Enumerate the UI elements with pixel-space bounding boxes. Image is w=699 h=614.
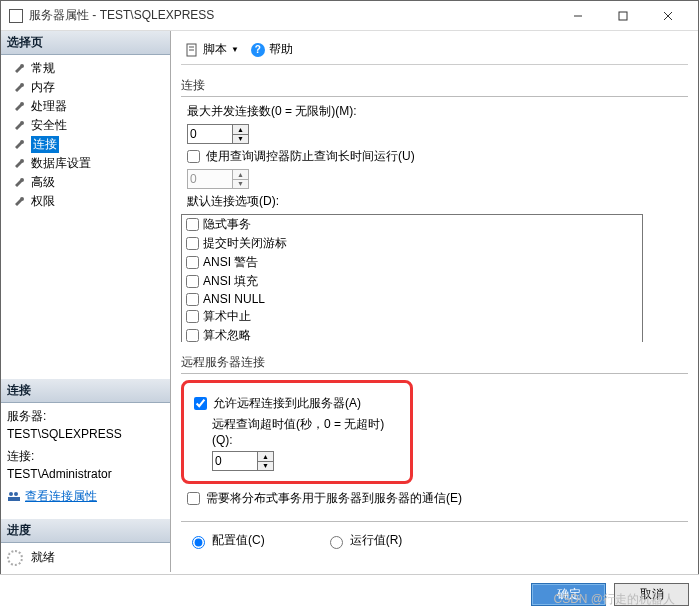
wrench-icon [15, 82, 27, 94]
dialog-footer: 确定 取消 [0, 574, 699, 614]
minimize-button[interactable] [555, 1, 600, 31]
spin-down[interactable]: ▼ [258, 461, 273, 471]
highlight-box: 允许远程连接到此服务器(A) 远程查询超时值(秒，0 = 无超时)(Q): ▲▼ [181, 380, 413, 484]
option-checkbox[interactable] [186, 310, 199, 323]
people-icon [7, 490, 21, 502]
sidebar-item-advanced[interactable]: 高级 [1, 173, 170, 192]
configured-radio[interactable]: 配置值(C) [187, 532, 265, 549]
server-label: 服务器: [7, 407, 164, 425]
option-checkbox[interactable] [186, 237, 199, 250]
svg-rect-6 [8, 497, 20, 501]
view-connection-props[interactable]: 查看连接属性 [7, 487, 164, 505]
sidebar-item-general[interactable]: 常规 [1, 59, 170, 78]
content-toolbar: 脚本 ▼ ? 帮助 [181, 39, 688, 65]
remote-timeout-value[interactable] [213, 452, 257, 470]
remote-timeout-label: 远程查询超时值(秒，0 = 无超时)(Q): [212, 417, 384, 447]
sidebar: 选择页 常规 内存 处理器 安全性 连接 数据库设置 高级 权限 连接 服务器:… [1, 31, 171, 572]
max-concurrent-value[interactable] [188, 125, 232, 143]
list-item: ANSI 填充 [182, 272, 642, 291]
list-item: ANSI NULL [182, 291, 642, 307]
wrench-icon [15, 120, 27, 132]
select-page-header: 选择页 [1, 31, 170, 55]
svg-point-5 [14, 492, 18, 496]
titlebar: 服务器属性 - TEST\SQLEXPRESS [1, 1, 698, 31]
wrench-icon [15, 63, 27, 75]
wrench-icon [15, 139, 27, 151]
list-item: 隐式事务 [182, 215, 642, 234]
sidebar-item-database-settings[interactable]: 数据库设置 [1, 154, 170, 173]
progress-header: 进度 [1, 519, 170, 543]
script-label: 脚本 [203, 41, 227, 58]
use-governor-checkbox[interactable] [187, 150, 200, 163]
spin-down[interactable]: ▼ [233, 134, 248, 144]
sidebar-item-connections[interactable]: 连接 [1, 135, 170, 154]
max-concurrent-input[interactable]: ▲▼ [187, 124, 249, 144]
sidebar-item-memory[interactable]: 内存 [1, 78, 170, 97]
list-item: ANSI 警告 [182, 253, 642, 272]
allow-remote-label: 允许远程连接到此服务器(A) [213, 395, 361, 412]
ok-button[interactable]: 确定 [531, 583, 606, 606]
distributed-tx-label: 需要将分布式事务用于服务器到服务器的通信(E) [206, 490, 462, 507]
sidebar-item-permissions[interactable]: 权限 [1, 192, 170, 211]
maximize-button[interactable] [600, 1, 645, 31]
progress-status-text: 就绪 [31, 549, 55, 566]
distributed-tx-checkbox[interactable] [187, 492, 200, 505]
sidebar-item-processors[interactable]: 处理器 [1, 97, 170, 116]
list-item: 算术忽略 [182, 326, 642, 342]
spin-up[interactable]: ▲ [233, 125, 248, 134]
wrench-icon [15, 101, 27, 113]
default-options-list[interactable]: 隐式事务 提交时关闭游标 ANSI 警告 ANSI 填充 ANSI NULL 算… [181, 214, 643, 342]
max-concurrent-label: 最大并发连接数(0 = 无限制)(M): [187, 103, 357, 120]
remote-timeout-input[interactable]: ▲▼ [212, 451, 274, 471]
spin-up: ▲ [233, 170, 248, 179]
svg-point-4 [9, 492, 13, 496]
window-title: 服务器属性 - TEST\SQLEXPRESS [29, 7, 555, 24]
option-checkbox[interactable] [186, 275, 199, 288]
option-checkbox[interactable] [186, 256, 199, 269]
wrench-icon [15, 177, 27, 189]
help-label: 帮助 [269, 41, 293, 58]
chevron-down-icon: ▼ [231, 45, 239, 54]
progress-status: 就绪 [1, 543, 170, 572]
help-icon: ? [251, 43, 265, 57]
list-item: 提交时关闭游标 [182, 234, 642, 253]
connections-section-title: 连接 [181, 77, 688, 94]
spin-up[interactable]: ▲ [258, 452, 273, 461]
allow-remote-checkbox[interactable] [194, 397, 207, 410]
wrench-icon [15, 158, 27, 170]
content-panel: 脚本 ▼ ? 帮助 连接 最大并发连接数(0 = 无限制)(M): ▲▼ 使用查… [171, 31, 698, 572]
connection-info: 服务器: TEST\SQLEXPRESS 连接: TEST\Administra… [1, 403, 170, 509]
help-button[interactable]: ? 帮助 [247, 41, 297, 58]
view-connection-props-link[interactable]: 查看连接属性 [25, 487, 97, 505]
sidebar-item-security[interactable]: 安全性 [1, 116, 170, 135]
cancel-button[interactable]: 取消 [614, 583, 689, 606]
sidebar-page-list: 常规 内存 处理器 安全性 连接 数据库设置 高级 权限 [1, 55, 170, 215]
script-icon [185, 43, 199, 57]
governor-value-input[interactable]: ▲▼ [187, 169, 249, 189]
option-checkbox[interactable] [186, 329, 199, 342]
svg-rect-1 [619, 12, 627, 20]
connection-value: TEST\Administrator [7, 465, 164, 483]
server-value: TEST\SQLEXPRESS [7, 425, 164, 443]
connection-label: 连接: [7, 447, 164, 465]
running-radio[interactable]: 运行值(R) [325, 532, 403, 549]
progress-spinner-icon [7, 550, 23, 566]
governor-value [188, 170, 232, 188]
default-options-label: 默认连接选项(D): [187, 193, 279, 210]
list-item: 算术中止 [182, 307, 642, 326]
option-checkbox[interactable] [186, 218, 199, 231]
close-button[interactable] [645, 1, 690, 31]
app-icon [9, 9, 23, 23]
remote-section-title: 远程服务器连接 [181, 354, 688, 371]
wrench-icon [15, 196, 27, 208]
script-dropdown[interactable]: 脚本 ▼ [181, 41, 243, 58]
use-governor-label: 使用查询调控器防止查询长时间运行(U) [206, 148, 415, 165]
option-checkbox[interactable] [186, 293, 199, 306]
connection-header: 连接 [1, 379, 170, 403]
spin-down: ▼ [233, 179, 248, 189]
